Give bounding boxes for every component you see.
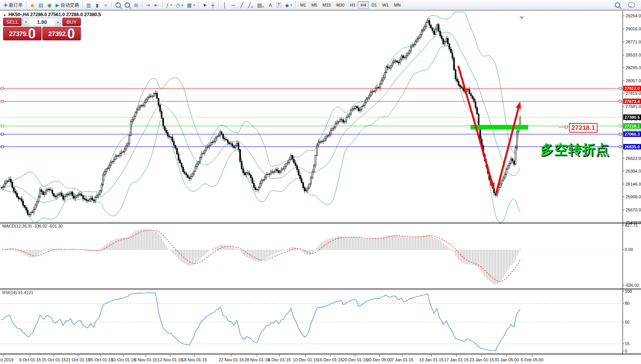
chart-canvas[interactable]: 29254.029016.028771.028533.028295.028057… [0,0,641,364]
zoom-in-button[interactable]: + [114,1,123,9]
svg-text:15 Oct 01:15: 15 Oct 01:15 [42,357,66,362]
panel-frame [0,11,641,355]
volume-input[interactable] [29,18,55,26]
price-axis[interactable]: 29254.029016.028771.028533.028295.028057… [623,13,641,353]
arrows-button[interactable]: ◈▾ [283,1,294,9]
horizontal-line-icon: ─ [232,3,235,8]
cursor-icon: ➤ [201,2,208,8]
timeframe-m1-button[interactable]: M1 [297,1,309,9]
trendline-button[interactable]: ╱ [237,1,246,9]
search-button[interactable] [613,1,622,9]
svg-text:50: 50 [625,320,629,324]
new-order-icon: ✚ [3,3,8,8]
sell-price-main: 27379 [9,30,26,40]
line-chart-button[interactable]: ≈ [102,1,110,9]
periods-button[interactable]: ◷▾ [174,1,185,9]
zoom-out-icon: − [125,2,130,8]
crosshair-button[interactable]: ┼ [209,1,217,9]
candles [1,18,521,217]
search-icon [615,2,620,8]
line-chart-icon: ≈ [104,3,107,8]
templates-button[interactable]: ▦▾ [185,1,197,9]
tile-windows-button[interactable]: ⊞ [132,1,140,9]
auto-scroll-icon: ⇥ [146,3,150,8]
svg-text:0: 0 [625,349,627,353]
svg-text:20 Dec 01:15: 20 Dec 01:15 [342,357,367,362]
candle-chart-button[interactable]: ▮ [93,1,102,9]
svg-text:27581.0: 27581.0 [626,104,641,109]
horizontal-line-button[interactable]: ─ [229,1,237,9]
chart-shift-button[interactable]: ⇤ [152,1,161,9]
volume-increase-button[interactable]: ▲ [55,18,61,26]
chart-shift-marker[interactable] [519,17,524,19]
toolbar: ✚新订单◆▤◉▶自动交易▥▮≈+−⊞⇥⇤ƒ▾◷▾▦▾➤┼│─╱╱E▤FAT◈▾M… [0,0,641,10]
sell-price-button[interactable]: 27379.0 [3,27,42,40]
sell-button[interactable]: SELL [3,18,22,26]
svg-text:427.71: 427.71 [625,223,638,228]
svg-text:6 Nov 01:15: 6 Nov 01:15 [134,357,157,362]
data-window-button[interactable]: ◉ [45,1,53,9]
market-watch-button[interactable]: ▤ [37,1,45,9]
chat-icon [628,2,635,8]
chart-window-button[interactable]: ◆ [28,1,37,9]
indicators-button[interactable]: ƒ▾ [164,1,174,9]
buy-button[interactable]: BUY [62,18,81,26]
cursor-button[interactable]: ➤ [200,1,209,9]
annotation-cn-text[interactable]: 多空转折点 [540,141,609,159]
volume-decrease-button[interactable]: ▼ [23,18,29,26]
toolbar-separator [112,2,112,8]
toolbar-separator [26,2,27,8]
svg-text:27819.0: 27819.0 [626,91,641,96]
text-button[interactable]: A [266,1,275,9]
timeframe-m30-button[interactable]: M30 [334,1,347,9]
svg-text:10 Dec 01:15: 10 Dec 01:15 [293,357,318,362]
algo-trading-label: 自动交易 [60,2,79,8]
timeframe-h1-button[interactable]: H1 [347,1,358,9]
svg-text:22 Nov 01:15: 22 Nov 01:15 [219,357,244,362]
buy-price-button[interactable]: 27392.0 [42,27,81,40]
equidistant-channel-button[interactable]: ╱E [246,1,255,9]
timeframe-h4-button[interactable]: H4 [358,1,369,9]
text-label-button[interactable]: T [275,1,283,9]
equidistant-channel-icon: ╱ [248,3,251,8]
new-order-button[interactable]: ✚新订单 [2,1,25,9]
toolbar-separator [82,2,83,8]
volume-control: ▼ ▲ [22,18,62,26]
svg-text:28057.0: 28057.0 [626,78,641,83]
text-label-icon: T [277,3,281,7]
svg-text:-636.02: -636.02 [625,283,639,288]
bar-chart-button[interactable]: ▥ [84,1,93,9]
time-axis[interactable]: 2 Oct 20199 Oct 01:1515 Oct 01:1521 Oct … [0,355,543,362]
timeframe-d1-button[interactable]: D1 [369,1,379,9]
svg-text:26384.0: 26384.0 [626,169,641,173]
svg-text:7 Jan 01:15: 7 Jan 01:15 [391,357,414,362]
timeframe-w1-button[interactable]: W1 [379,1,391,9]
data-window-icon: ◉ [47,3,52,8]
annotation-price-label[interactable]: 27218.1 [569,123,598,133]
svg-text:28295.0: 28295.0 [626,65,641,70]
chat-button[interactable] [626,1,637,9]
horizontal-lines[interactable] [0,87,623,148]
svg-text:28533.0: 28533.0 [626,53,641,57]
svg-text:17 Jan 01:15: 17 Jan 01:15 [444,357,469,362]
timeframe-mn-button[interactable]: MN [391,1,403,9]
price-badge: 27218.1 [624,124,640,128]
price-badge: 27673.4 [624,99,640,104]
market-watch-icon: ▤ [38,3,43,8]
svg-text:30 Dec 05:00: 30 Dec 05:00 [367,357,392,362]
chart-objects[interactable] [458,66,568,194]
algo-trading-button[interactable]: ▶自动交易 [53,1,81,9]
symbol-collapse-icon[interactable]: ▲ [3,13,6,17]
auto-scroll-button[interactable]: ⇥ [144,1,152,9]
svg-text:26146.0: 26146.0 [626,182,641,186]
fibonacci-button[interactable]: ▤F [255,1,266,9]
templates-icon: ▦ [187,3,192,8]
vertical-line-button[interactable]: │ [220,1,229,9]
svg-text:0.00: 0.00 [625,247,633,252]
mt-terminal: 29254.029016.028771.028533.028295.028057… [0,0,641,364]
zoom-out-button[interactable]: − [123,1,132,9]
vertical-line-icon: │ [223,3,226,8]
timeframe-m15-button[interactable]: M15 [320,1,333,9]
svg-text:12 Nov 01:15: 12 Nov 01:15 [157,357,182,362]
timeframe-m5-button[interactable]: M5 [309,1,320,9]
